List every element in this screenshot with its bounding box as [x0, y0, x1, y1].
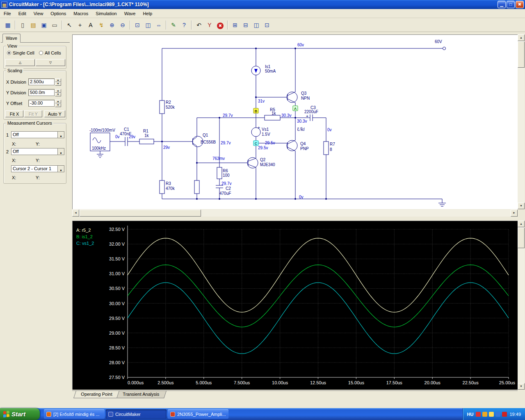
- minimize-button[interactable]: ▁: [498, 1, 506, 8]
- auto-y-button[interactable]: Auto Y: [44, 110, 65, 117]
- tab-operating-point[interactable]: Operating Point: [73, 391, 119, 398]
- pan-view-icon[interactable]: ⇔: [154, 20, 164, 30]
- node-marker-C[interactable]: C: [253, 141, 258, 146]
- stop-simulation-icon[interactable]: ✖: [215, 20, 225, 30]
- cursor-diff-select[interactable]: Cursor 2 - Cursor 1 ▼: [11, 165, 64, 172]
- chevron-down-icon[interactable]: ▼: [57, 166, 64, 172]
- waveform-window-icon-2[interactable]: ⊟: [241, 20, 251, 30]
- schematic-vscrollbar[interactable]: ▲ ▼: [518, 34, 525, 209]
- chevron-down-icon[interactable]: ▼: [57, 132, 64, 138]
- tab-transient-analysis[interactable]: Transient Analysis: [116, 391, 167, 398]
- schematic-label: 30.3v: [297, 119, 307, 123]
- fit-y-button[interactable]: Fit Y: [24, 110, 42, 117]
- x-division-input[interactable]: 2.500u: [28, 78, 55, 85]
- waveform-window-icon-1[interactable]: ⊞: [230, 20, 240, 30]
- add-part-icon[interactable]: +: [75, 20, 85, 30]
- zoom-out-icon[interactable]: ⊖: [118, 20, 128, 30]
- menu-wave[interactable]: Wave: [121, 10, 139, 17]
- tray-icon-3[interactable]: [489, 412, 494, 417]
- text-tool-icon[interactable]: A: [86, 20, 96, 30]
- scroll-down-icon[interactable]: ▼: [518, 383, 525, 390]
- zoom-in-icon[interactable]: ⊕: [107, 20, 117, 30]
- spinner-up-icon[interactable]: ▲: [55, 78, 61, 82]
- tab-wave[interactable]: Wave: [2, 34, 21, 43]
- menu-options[interactable]: Options: [47, 10, 70, 17]
- menu-macros[interactable]: Macros: [70, 10, 92, 17]
- tray-icon-5[interactable]: [502, 412, 507, 417]
- scrollbar-thumb[interactable]: [80, 210, 201, 217]
- cursor-diff-x-label: X:: [12, 175, 16, 180]
- schematic-label: 100kHz: [92, 146, 106, 151]
- select-arrow-icon[interactable]: ↖: [64, 20, 74, 30]
- schematic-label: +: [306, 114, 308, 119]
- scroll-down-icon[interactable]: ▼: [518, 203, 525, 209]
- y-tick-label: 32.00 V: [109, 242, 125, 247]
- node-marker-B[interactable]: B: [253, 108, 258, 113]
- schematic-label: 29.5v: [258, 146, 268, 150]
- parts-browser-icon[interactable]: ▦: [3, 20, 13, 30]
- cursor2-select[interactable]: Off ▼: [11, 148, 64, 155]
- scrollbar-thumb[interactable]: [518, 41, 525, 68]
- tray-icon-2[interactable]: [482, 412, 487, 417]
- tray-icon-1[interactable]: [476, 412, 481, 417]
- menu-edit[interactable]: Edit: [15, 10, 30, 17]
- toolbar-separator: [166, 21, 167, 30]
- x-division-spinner[interactable]: ▲ ▼: [55, 78, 61, 85]
- tab-label: Transient Analysis: [123, 392, 160, 397]
- scrollbar-thumb[interactable]: [518, 228, 525, 248]
- open-file-icon[interactable]: ▤: [28, 20, 38, 30]
- schematic-label: 29.7v: [223, 113, 233, 118]
- scroll-right-icon[interactable]: ►: [511, 210, 518, 217]
- measurement-cursors-group: Measurement Cursors 1 Off ▼ X: Y: 2 Off …: [3, 123, 66, 184]
- y-division-spinner[interactable]: ▲ ▼: [55, 89, 61, 96]
- close-button[interactable]: ✖: [516, 1, 524, 8]
- probe-tool-icon[interactable]: Y: [205, 20, 215, 30]
- waveform-window-icon-4[interactable]: ⊡: [262, 20, 272, 30]
- y-offset-input[interactable]: -30.00: [28, 100, 55, 107]
- keyboard-layout-indicator[interactable]: HU: [467, 412, 474, 417]
- schematic-canvas[interactable]: ABC 60v60VIs150mA31vQ3NPNR51k30.3vC32200…: [72, 34, 518, 209]
- spinner-down-icon[interactable]: ▼: [55, 82, 61, 86]
- print-icon[interactable]: ▭: [50, 20, 59, 30]
- chevron-down-icon[interactable]: ▼: [57, 148, 64, 155]
- menu-simulation[interactable]: Simulation: [92, 10, 120, 17]
- split-view-icon[interactable]: ◫: [143, 20, 153, 30]
- radio-all-cells[interactable]: All Cells: [39, 50, 61, 55]
- save-file-icon[interactable]: ▣: [39, 20, 49, 30]
- zoom-window-icon[interactable]: ⊡: [132, 20, 142, 30]
- maximize-button[interactable]: □: [507, 1, 515, 8]
- fit-x-button[interactable]: Fit X: [5, 110, 23, 117]
- help-icon[interactable]: ?: [179, 20, 189, 30]
- spinner-up-icon[interactable]: ▲: [55, 100, 61, 103]
- undo-icon[interactable]: ↶: [194, 20, 204, 30]
- menu-file[interactable]: File: [0, 10, 15, 17]
- start-button[interactable]: Start: [0, 408, 40, 420]
- tray-icon-4[interactable]: [495, 412, 500, 417]
- new-document-icon[interactable]: ▯: [18, 20, 27, 30]
- cursor1-select[interactable]: Off ▼: [11, 131, 64, 138]
- spinner-down-icon[interactable]: ▼: [55, 103, 61, 107]
- y-division-input[interactable]: 500.0m: [28, 89, 55, 96]
- node-marker-A[interactable]: A: [293, 106, 298, 111]
- task-document[interactable]: 2N3055_Power_Ampli...: [168, 409, 228, 419]
- spinner-down-icon[interactable]: ▼: [55, 93, 61, 96]
- task-browser[interactable]: [2] Erősítő mindig és ...: [44, 409, 105, 419]
- taskbar-clock[interactable]: 19:49: [509, 412, 521, 417]
- scroll-left-icon[interactable]: ◄: [72, 210, 79, 217]
- menu-view[interactable]: View: [30, 10, 47, 17]
- y-offset-spinner[interactable]: ▲ ▼: [55, 100, 61, 107]
- waveform-vscrollbar[interactable]: ▲ ▼: [518, 221, 525, 390]
- x-tick-label: 20.00us: [425, 380, 441, 385]
- scroll-up-icon[interactable]: ▲: [518, 34, 525, 41]
- waveform-window-icon-3[interactable]: ◫: [251, 20, 261, 30]
- scale-up-button[interactable]: △: [5, 59, 35, 66]
- task-circuitmaker[interactable]: CircuitMaker: [106, 409, 167, 419]
- radio-single-cell[interactable]: Single Cell: [7, 50, 34, 55]
- menu-help[interactable]: Help: [139, 10, 156, 17]
- schematic-hscrollbar[interactable]: ◄ ►: [72, 210, 518, 217]
- spinner-up-icon[interactable]: ▲: [55, 89, 61, 93]
- erc-check-icon[interactable]: ✎: [169, 20, 178, 30]
- scroll-up-icon[interactable]: ▲: [518, 221, 525, 227]
- wire-tool-icon[interactable]: ↯: [96, 20, 106, 30]
- scale-down-button[interactable]: ▽: [36, 59, 65, 66]
